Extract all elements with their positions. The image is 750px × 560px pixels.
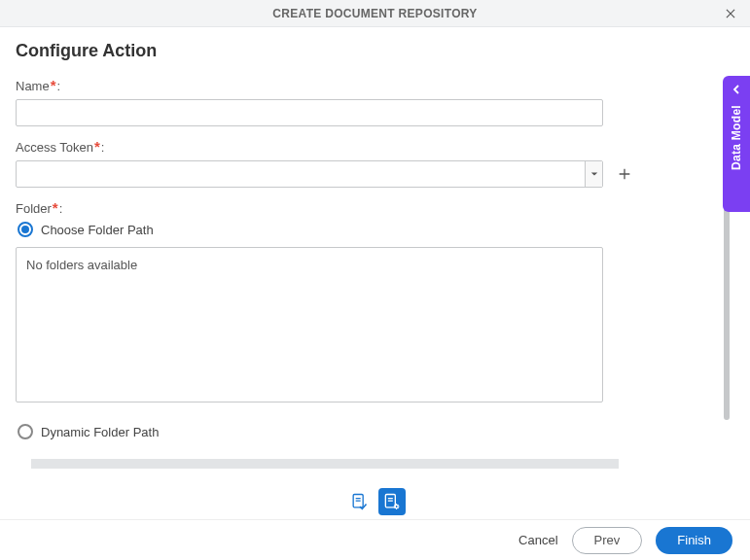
name-input[interactable] — [16, 99, 603, 126]
name-label: Name *: — [16, 79, 729, 93]
toolbar — [0, 482, 750, 519]
document-gear-icon — [382, 492, 402, 511]
folder-empty-message: No folders available — [26, 258, 137, 272]
required-star-icon: * — [51, 77, 56, 93]
content-area: Configure Action Name *: Access Token *:… — [0, 27, 750, 482]
access-token-select[interactable] — [16, 160, 603, 188]
footer: Cancel Prev Finish — [0, 519, 750, 560]
finish-button[interactable]: Finish — [656, 527, 732, 554]
radio-dynamic-folder-path[interactable]: Dynamic Folder Path — [16, 424, 729, 439]
document-check-icon — [349, 492, 369, 511]
radio-unchecked-icon — [18, 424, 33, 439]
prev-button[interactable]: Prev — [572, 527, 643, 554]
plus-icon — [617, 166, 632, 182]
data-model-side-tab[interactable]: Data Model — [723, 76, 750, 212]
cancel-link[interactable]: Cancel — [518, 533, 557, 547]
dialog-header: CREATE DOCUMENT REPOSITORY — [0, 0, 750, 27]
radio-choose-folder-path[interactable]: Choose Folder Path — [16, 222, 729, 237]
form-view-button[interactable] — [345, 488, 373, 515]
chevron-down-icon — [585, 161, 602, 187]
folder-label: Folder*: — [16, 201, 729, 216]
dialog-title: CREATE DOCUMENT REPOSITORY — [272, 7, 477, 20]
radio-checked-icon — [18, 222, 33, 237]
add-access-token-button[interactable] — [615, 164, 634, 184]
section-title: Configure Action — [16, 41, 729, 61]
folder-list-box: No folders available — [16, 247, 603, 402]
chevron-left-icon — [731, 84, 742, 95]
svg-point-2 — [394, 505, 397, 508]
access-token-label: Access Token *: — [16, 140, 729, 155]
divider-strip — [31, 459, 619, 469]
close-icon — [724, 7, 737, 20]
side-tab-label: Data Model — [730, 105, 743, 170]
required-star-icon: * — [53, 199, 58, 216]
required-star-icon: * — [94, 138, 100, 155]
config-view-button[interactable] — [378, 488, 406, 515]
close-button[interactable] — [721, 4, 740, 23]
